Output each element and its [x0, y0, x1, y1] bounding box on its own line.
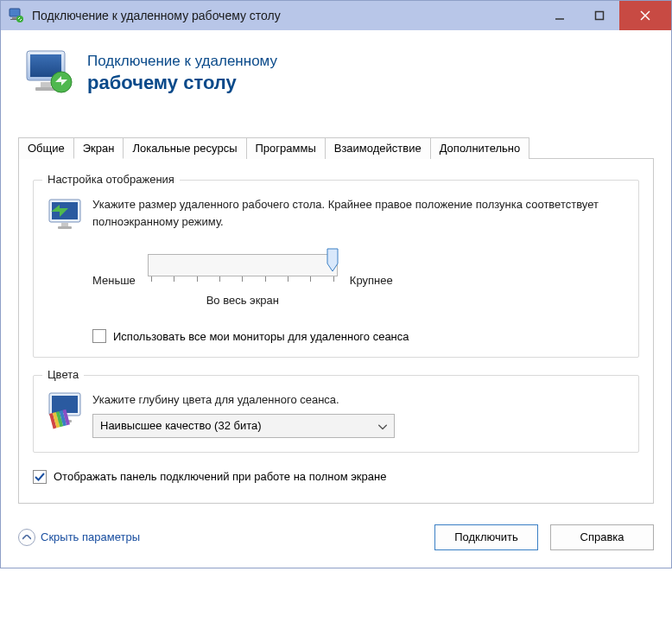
app-icon — [8, 7, 25, 24]
tab-advanced[interactable]: Дополнительно — [430, 137, 530, 159]
tab-display[interactable]: Экран — [73, 137, 124, 159]
titlebar: Подключение к удаленному рабочему столу — [1, 1, 671, 30]
close-button[interactable] — [619, 1, 671, 30]
tab-panel-display: Настройка отображения Укажите размер уда… — [18, 158, 654, 504]
svg-rect-10 — [41, 82, 51, 87]
resolution-slider-row: Меньше Во весь экран — [92, 254, 626, 307]
display-monitor-icon — [46, 196, 92, 343]
svg-rect-15 — [61, 223, 68, 226]
footer: Скрыть параметры Подключить Справка — [18, 524, 654, 550]
display-settings-group: Настройка отображения Укажите размер уда… — [33, 180, 639, 358]
display-settings-legend: Настройка отображения — [42, 173, 180, 186]
dialog-body: Общие Экран Локальные ресурсы Программы … — [1, 123, 671, 568]
svg-rect-16 — [58, 226, 72, 229]
show-connection-bar-row[interactable]: Отображать панель подключений при работе… — [33, 470, 639, 484]
header-text: Подключение к удаленному рабочему столу — [87, 52, 277, 96]
minimize-button[interactable] — [540, 1, 580, 30]
colors-monitor-icon — [46, 391, 92, 438]
chevron-up-icon — [18, 529, 35, 546]
tab-local-resources[interactable]: Локальные ресурсы — [123, 137, 246, 159]
color-depth-select[interactable]: Наивысшее качество (32 бита) — [92, 414, 395, 438]
color-depth-description: Укажите глубину цвета для удаленного сеа… — [92, 391, 626, 409]
slider-larger-label: Крупнее — [350, 274, 393, 287]
show-connection-bar-label: Отображать панель подключений при работе… — [54, 470, 386, 483]
slider-smaller-label: Меньше — [92, 274, 136, 287]
tab-experience[interactable]: Взаимодействие — [325, 137, 431, 159]
show-connection-bar-checkbox[interactable] — [33, 470, 47, 484]
colors-legend: Цвета — [42, 368, 84, 381]
use-all-monitors-row[interactable]: Использовать все мои мониторы для удален… — [92, 329, 626, 343]
slider-fullscreen-label: Во весь экран — [148, 294, 338, 307]
header-title: рабочему столу — [87, 71, 277, 96]
header-monitor-icon — [22, 46, 77, 101]
tab-general[interactable]: Общие — [18, 137, 74, 159]
slider-thumb-icon[interactable] — [326, 248, 339, 272]
hide-options-label: Скрыть параметры — [41, 530, 140, 543]
use-all-monitors-label: Использовать все мои мониторы для удален… — [113, 330, 409, 343]
use-all-monitors-checkbox[interactable] — [92, 329, 106, 343]
header: Подключение к удаленному рабочему столу — [1, 30, 671, 123]
header-subtitle: Подключение к удаленному — [87, 52, 277, 71]
tab-programs[interactable]: Программы — [246, 137, 326, 159]
display-size-description: Укажите размер удаленного рабочего стола… — [92, 196, 626, 230]
color-depth-value: Наивысшее качество (32 бита) — [100, 419, 262, 432]
maximize-button[interactable] — [580, 1, 619, 30]
window-controls — [540, 1, 671, 30]
tab-strip: Общие Экран Локальные ресурсы Программы … — [18, 137, 654, 159]
chevron-down-icon — [378, 419, 387, 432]
connect-button[interactable]: Подключить — [434, 524, 538, 550]
window-title: Подключение к удаленному рабочему столу — [32, 9, 540, 22]
help-button[interactable]: Справка — [550, 524, 654, 550]
svg-point-3 — [16, 16, 23, 22]
rdp-window: Подключение к удаленному рабочему столу — [0, 0, 672, 568]
resolution-slider[interactable]: Во весь экран — [148, 254, 338, 307]
svg-rect-0 — [10, 9, 20, 16]
hide-options-button[interactable]: Скрыть параметры — [18, 529, 140, 546]
svg-rect-5 — [596, 12, 604, 20]
colors-group: Цвета — [33, 375, 639, 453]
slider-ticks — [148, 276, 338, 285]
